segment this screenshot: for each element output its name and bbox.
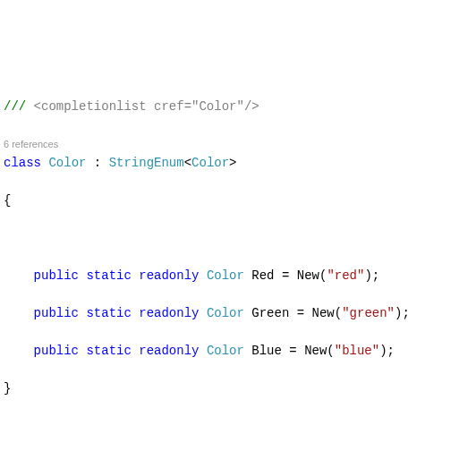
field-declaration: public static readonly Color Green = New… bbox=[0, 304, 476, 323]
blank-line bbox=[0, 417, 476, 436]
field-declaration: public static readonly Color Red = New("… bbox=[0, 267, 476, 285]
codelens-references[interactable]: 6 references bbox=[0, 139, 58, 149]
brace-close: } bbox=[0, 379, 476, 398]
brace-open: { bbox=[0, 191, 476, 210]
code-editor[interactable]: /// <completionlist cref="Color"/> 6 ref… bbox=[0, 79, 476, 468]
blank-line bbox=[0, 455, 476, 468]
xml-doc-comment: /// <completionlist cref="Color"/> bbox=[0, 98, 476, 116]
blank-line bbox=[0, 229, 476, 248]
field-declaration: public static readonly Color Blue = New(… bbox=[0, 342, 476, 361]
class-declaration: class Color : StringEnum<Color> bbox=[0, 154, 476, 173]
